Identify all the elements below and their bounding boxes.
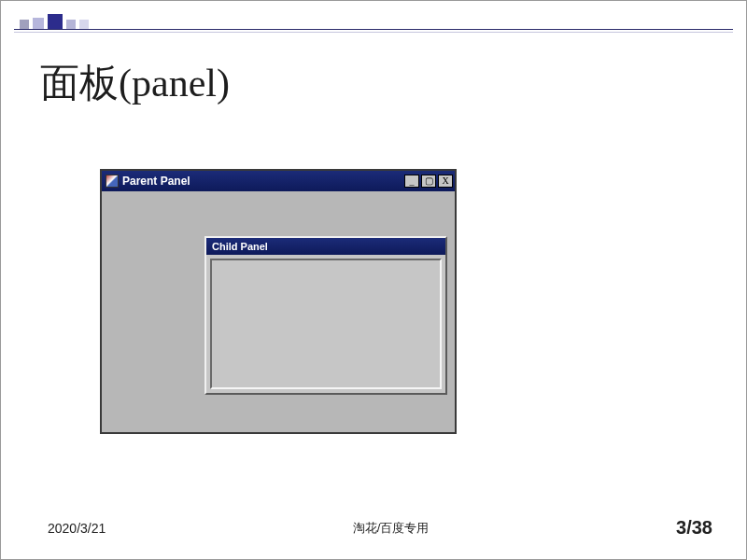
- deco-square: [66, 20, 76, 29]
- minimize-button[interactable]: _: [404, 175, 419, 188]
- deco-square: [33, 18, 44, 29]
- parent-window-title: Parent Panel: [122, 175, 404, 188]
- maximize-button[interactable]: ▢: [421, 175, 436, 188]
- parent-titlebar[interactable]: Parent Panel _ ▢ X: [102, 171, 455, 191]
- parent-window-body: Child Panel: [102, 191, 455, 432]
- deco-square: [20, 20, 29, 29]
- window-buttons: _ ▢ X: [404, 175, 453, 188]
- child-panel-title: Child Panel: [212, 241, 268, 252]
- footer-date: 2020/3/21: [48, 521, 106, 536]
- child-panel-body: [210, 259, 442, 389]
- slide-footer: 2020/3/21 淘花/百度专用 3/38: [1, 517, 746, 539]
- app-icon: [106, 175, 119, 188]
- footer-pager: 3/38: [676, 517, 712, 539]
- slide-title: 面板(panel): [1, 33, 746, 109]
- parent-window: Parent Panel _ ▢ X Child Panel: [100, 169, 457, 434]
- child-panel: Child Panel: [204, 236, 447, 395]
- deco-square: [79, 20, 89, 29]
- child-panel-titlebar[interactable]: Child Panel: [206, 238, 445, 255]
- header-rule: [14, 29, 733, 30]
- footer-watermark: 淘花/百度专用: [106, 520, 676, 537]
- header-decoration: [1, 1, 746, 29]
- close-button[interactable]: X: [438, 175, 453, 188]
- slide: 面板(panel) Parent Panel _ ▢ X Child Panel…: [0, 0, 747, 560]
- deco-square: [48, 14, 63, 29]
